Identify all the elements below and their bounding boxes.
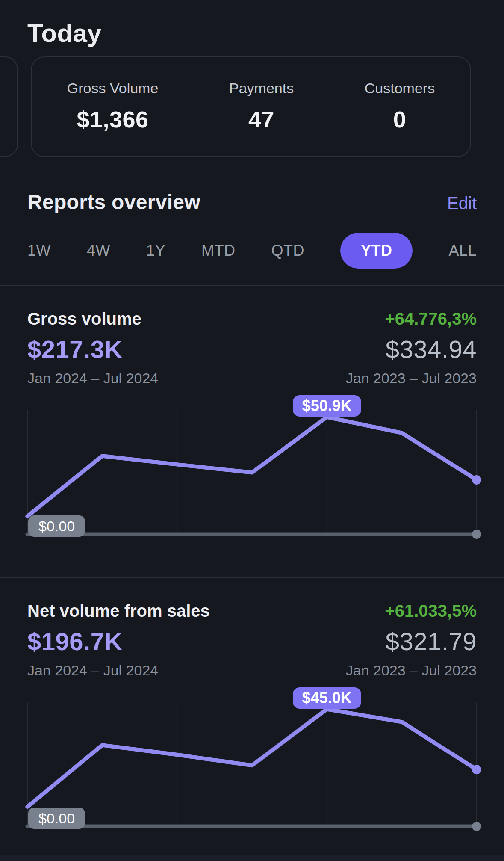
page-content: Today Gross Volume $1,366 Payments 47 Cu…: [0, 19, 504, 269]
report-title-row: Net volume from sales +61.033,5%: [27, 601, 477, 621]
stat-label: Customers: [365, 80, 435, 97]
stat-label: Gross Volume: [67, 80, 159, 97]
stat-label: Payments: [229, 80, 294, 97]
report-title-row: Gross volume +64.776,3%: [27, 309, 477, 328]
range-tab-4w[interactable]: 4W: [87, 242, 110, 260]
range-tab-1w[interactable]: 1W: [27, 242, 51, 260]
report-values-row: $217.3K $334.94: [27, 336, 477, 363]
current-period-total: $196.7K: [27, 628, 123, 655]
stat-value: 47: [229, 107, 294, 132]
chart-max-value-badge: $45.0K: [293, 687, 361, 709]
gross-volume-chart[interactable]: $50.9K $0.00: [27, 394, 477, 542]
range-tab-mtd[interactable]: MTD: [201, 242, 235, 260]
report-values-row: $196.7K $321.79: [27, 628, 477, 655]
current-period-range: Jan 2024 – Jul 2024: [27, 662, 158, 679]
change-percent-badge: +61.033,5%: [385, 601, 477, 621]
today-stat-card[interactable]: Gross Volume $1,366 Payments 47 Customer…: [31, 56, 471, 157]
range-tab-all[interactable]: ALL: [448, 242, 477, 260]
reports-overview-header: Reports overview Edit: [27, 191, 477, 214]
previous-period-total: $321.79: [386, 628, 477, 655]
stat-value: 0: [365, 107, 435, 132]
stat-value: $1,366: [67, 107, 159, 132]
current-period-range: Jan 2024 – Jul 2024: [27, 370, 158, 387]
report-title: Net volume from sales: [27, 601, 210, 621]
bottom-bar-edge: [0, 855, 504, 861]
reports-overview-title: Reports overview: [27, 191, 200, 213]
range-tab-1y[interactable]: 1Y: [146, 242, 165, 260]
date-range-tabs: 1W 4W 1Y MTD QTD YTD ALL: [27, 233, 477, 269]
report-dates-row: Jan 2024 – Jul 2024 Jan 2023 – Jul 2023: [27, 662, 477, 679]
change-percent-badge: +64.776,3%: [385, 309, 477, 328]
stat-gross-volume: Gross Volume $1,366: [67, 80, 159, 132]
line-chart-plot: [27, 410, 477, 538]
edit-button[interactable]: Edit: [447, 192, 477, 214]
previous-stat-card-peek[interactable]: [0, 56, 18, 157]
range-tab-qtd[interactable]: QTD: [271, 242, 304, 260]
current-period-total: $217.3K: [27, 336, 123, 363]
report-dates-row: Jan 2024 – Jul 2024 Jan 2023 – Jul 2023: [27, 370, 477, 387]
chart-min-value-badge: $0.00: [28, 808, 85, 829]
previous-period-range: Jan 2023 – Jul 2023: [346, 370, 477, 387]
today-heading: Today: [27, 19, 477, 47]
previous-period-range: Jan 2023 – Jul 2023: [346, 662, 477, 679]
stat-customers: Customers 0: [365, 80, 435, 132]
chart-min-value-badge: $0.00: [28, 515, 85, 537]
range-tab-ytd-selected[interactable]: YTD: [340, 233, 413, 269]
line-chart-plot: [27, 702, 477, 831]
stats-carousel: Gross Volume $1,366 Payments 47 Customer…: [27, 56, 477, 157]
report-section-gross-volume: Gross volume +64.776,3% $217.3K $334.94 …: [0, 286, 504, 542]
chart-max-value-badge: $50.9K: [293, 395, 361, 417]
net-volume-chart[interactable]: $45.0K $0.00: [27, 686, 477, 834]
report-title: Gross volume: [27, 309, 141, 328]
previous-period-total: $334.94: [386, 336, 477, 363]
stat-payments: Payments 47: [229, 80, 294, 132]
report-section-net-volume: Net volume from sales +61.033,5% $196.7K…: [0, 578, 504, 834]
